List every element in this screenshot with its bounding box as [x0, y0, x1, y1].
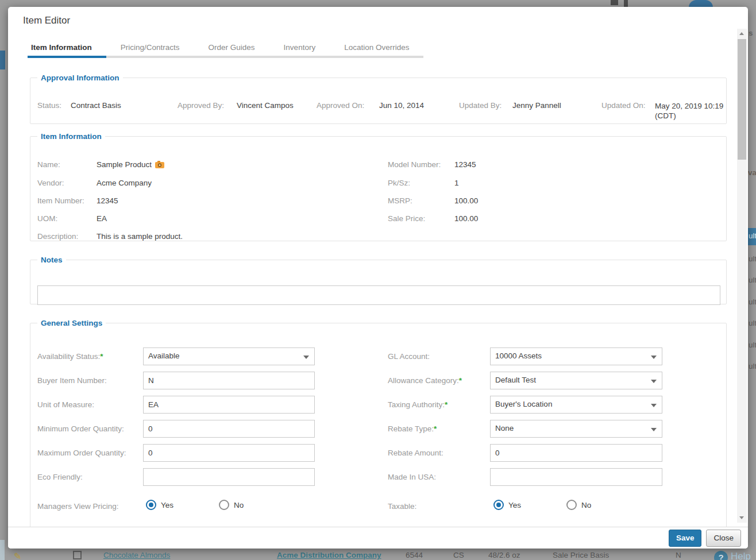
rebate-type-select[interactable]: None [490, 420, 662, 438]
close-button[interactable]: Close [706, 530, 741, 547]
maximum-order-quantity-input[interactable] [143, 444, 315, 462]
unit-of-measure-input[interactable] [143, 396, 315, 414]
buyer-item-number-label: Buyer Item Number: [37, 376, 107, 385]
msrp-label: MSRP: [388, 196, 412, 205]
background-text-fragment: va [748, 168, 756, 177]
description-value: This is a sample product. [97, 232, 183, 241]
background-text-fragment: s [749, 29, 753, 37]
section-legend: Item Information [37, 132, 105, 141]
background-pksz: 48/2.6 oz [488, 551, 520, 559]
dialog-footer: Save Close [8, 527, 748, 549]
general-settings-section: General Settings Availability Status:* A… [30, 319, 727, 527]
availability-status-select[interactable]: Available [143, 347, 315, 365]
unit-of-measure-label: Unit of Measure: [37, 400, 94, 409]
approved-by-label: Approved By: [178, 101, 224, 110]
managers-view-pricing-label: Managers View Pricing: [37, 502, 119, 511]
row-checkbox [73, 551, 82, 559]
radio-label-no: No [234, 501, 244, 509]
managers-view-pricing-yes-radio[interactable] [146, 500, 156, 510]
name-label: Name: [37, 160, 60, 169]
item-information-section: Item Information Name: Sample Product Ve… [30, 132, 727, 241]
taxing-authority-label: Taxing Authority:* [388, 400, 448, 409]
minimum-order-quantity-input[interactable] [143, 420, 315, 438]
taxable-label: Taxable: [388, 502, 416, 511]
background-text-fragment: ult [749, 231, 756, 240]
name-value: Sample Product [97, 160, 164, 170]
scroll-up-arrow-icon[interactable] [737, 29, 747, 38]
vendor-label: Vendor: [37, 179, 64, 187]
item-number-value: 12345 [97, 196, 118, 205]
background-text-fragment: ult [749, 319, 756, 327]
taxing-authority-select[interactable]: Buyer's Location [490, 396, 662, 414]
gl-account-label: GL Account: [388, 352, 430, 361]
scrollbar-thumb[interactable] [738, 39, 746, 160]
background-item-link: Chocolate Almonds [103, 551, 170, 559]
scroll-down-arrow-icon[interactable] [737, 513, 747, 523]
background-text-fragment: ult [749, 362, 756, 370]
rebate-type-label: Rebate Type:* [388, 424, 437, 433]
background-text-fragment: ult [749, 276, 756, 284]
radio-label-no: No [581, 501, 591, 509]
approved-on-value: Jun 10, 2014 [379, 101, 424, 110]
section-legend: General Settings [37, 319, 106, 327]
dialog-scrollbar[interactable] [737, 29, 747, 523]
edit-pencil-icon: ✎ [14, 551, 21, 560]
background-text-fragment: ult [749, 341, 756, 349]
rebate-amount-input[interactable] [490, 444, 662, 462]
background-table-row: ✎ Chocolate Almonds Acme Distribution Co… [0, 547, 756, 560]
msrp-value: 100.00 [454, 196, 478, 205]
background-price-basis: Sale Price Basis [553, 551, 609, 559]
updated-on-label: Updated On: [601, 101, 646, 110]
eco-friendly-input[interactable] [143, 468, 315, 486]
eco-friendly-label: Eco Friendly: [37, 473, 83, 481]
approval-information-section: Approval Information Status: Contract Ba… [30, 74, 727, 124]
uom-value: EA [97, 214, 107, 223]
buyer-item-number-input[interactable] [143, 372, 315, 389]
item-editor-dialog: Item Editor Item Information Pricing/Con… [8, 7, 748, 549]
updated-on-value: May 20, 2019 10:19 (CDT) [655, 101, 738, 121]
model-number-label: Model Number: [388, 160, 441, 169]
help-label: Help [731, 551, 751, 560]
background-header-glyph [624, 0, 628, 7]
taxable-yes-radio[interactable] [493, 500, 504, 510]
gl-account-select[interactable]: 10000 Assets [490, 347, 662, 365]
rebate-amount-label: Rebate Amount: [388, 449, 443, 457]
sale-price-label: Sale Price: [388, 214, 425, 223]
background-text-fragment: ult [749, 298, 756, 306]
updated-by-label: Updated By: [459, 101, 502, 110]
taxable-no-radio[interactable] [566, 500, 577, 510]
section-legend: Notes [37, 256, 66, 264]
notes-section: Notes [30, 256, 727, 304]
section-legend: Approval Information [37, 74, 123, 82]
made-in-usa-label: Made In USA: [388, 473, 436, 481]
allowance-category-label: Allowance Category:* [388, 376, 462, 385]
approved-by-value: Vincent Campos [237, 101, 294, 110]
description-label: Description: [37, 232, 78, 241]
background-vendor-link: Acme Distribution Company [277, 551, 381, 559]
pksz-label: Pk/Sz: [388, 179, 410, 187]
camera-icon[interactable] [155, 161, 164, 170]
uom-label: UOM: [37, 214, 57, 223]
status-label: Status: [37, 101, 61, 110]
background-text-fragment: ult [749, 254, 756, 263]
background-left-button-fragment [0, 51, 5, 69]
help-icon: ? [714, 551, 728, 560]
dialog-body: Approval Information Status: Contract Ba… [8, 7, 738, 527]
updated-by-value: Jenny Pannell [512, 101, 561, 110]
background-item-number: 6544 [406, 551, 423, 559]
made-in-usa-input[interactable] [490, 468, 662, 486]
availability-status-label: Availability Status:* [37, 352, 103, 361]
sale-price-value: 100.00 [454, 214, 478, 223]
status-value: Contract Basis [71, 101, 121, 110]
managers-view-pricing-no-radio[interactable] [219, 500, 229, 510]
notes-input[interactable] [37, 285, 720, 305]
allowance-category-select[interactable]: Default Test [490, 372, 662, 389]
save-button[interactable]: Save [669, 530, 702, 547]
maximum-order-quantity-label: Maximum Order Quantity: [37, 449, 126, 457]
model-number-value: 12345 [454, 160, 476, 169]
approved-on-label: Approved On: [317, 101, 364, 110]
background-header-glyph [611, 0, 618, 5]
background-uom: CS [453, 551, 464, 559]
pksz-value: 1 [454, 179, 459, 187]
radio-label-yes: Yes [161, 501, 173, 509]
